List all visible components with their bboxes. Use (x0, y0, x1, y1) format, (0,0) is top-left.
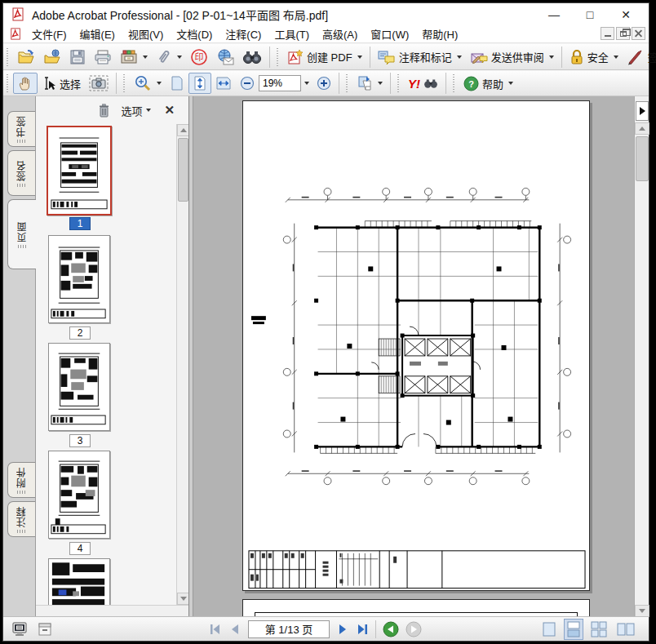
zoom-level-dropdown-arrow[interactable] (304, 82, 309, 85)
comment-markup-button[interactable]: 注释和标记 (374, 47, 466, 68)
save-button[interactable] (65, 47, 90, 68)
scroll-up-button[interactable] (177, 124, 189, 136)
scroll-down-button[interactable] (177, 593, 189, 605)
previous-view-button[interactable] (383, 621, 399, 637)
email-button[interactable] (212, 47, 238, 68)
fit-width-button[interactable] (211, 73, 236, 94)
open-button[interactable] (13, 47, 39, 68)
page-number-3[interactable]: 3 (69, 434, 91, 447)
last-page-button[interactable] (356, 623, 369, 636)
page-number-4[interactable]: 4 (69, 542, 91, 555)
thumbnail-scrollbar[interactable] (176, 124, 188, 605)
next-view-button[interactable] (406, 621, 422, 637)
doc-scroll-down-button[interactable] (635, 605, 649, 617)
send-review-button[interactable]: 发送供审阅 (466, 47, 558, 68)
maximize-button[interactable]: □ (572, 3, 608, 25)
doc-scrollbar-thumb[interactable] (636, 136, 649, 181)
menu-tools[interactable]: 工具(T) (268, 24, 316, 43)
continuous-facing-layout-button[interactable] (588, 619, 609, 640)
organizer-button[interactable] (116, 47, 152, 68)
toolbar-drag-handle[interactable] (276, 48, 280, 66)
menu-window[interactable]: 窗口(W) (364, 24, 415, 43)
search-button[interactable] (238, 47, 266, 67)
yahoo-search-button[interactable]: Y! (404, 74, 442, 93)
zoom-tool-button[interactable] (130, 72, 166, 95)
tab-bookmarks[interactable]: 书签 (7, 111, 35, 147)
first-page-button[interactable] (209, 623, 222, 636)
close-button[interactable]: ✕ (608, 3, 644, 25)
attach-dropdown-arrow[interactable] (177, 56, 182, 59)
menu-help[interactable]: 帮助(H) (415, 24, 464, 43)
tab-comments[interactable]: 注释 (7, 501, 35, 537)
snapshot-tool-button[interactable] (85, 73, 113, 94)
menu-edit[interactable]: 编辑(E) (73, 24, 122, 43)
trash-icon[interactable] (98, 104, 110, 118)
organizer-dropdown-arrow[interactable] (143, 56, 148, 59)
page-size-icon[interactable] (38, 622, 52, 637)
tab-signatures[interactable]: 签名 (7, 150, 35, 196)
panel-close-button[interactable]: ✕ (162, 103, 177, 118)
menu-file[interactable]: 文件(F) (25, 24, 73, 43)
print-button[interactable] (90, 47, 116, 68)
thumbnail-page-4[interactable] (48, 451, 110, 539)
zoom-in-button[interactable] (312, 73, 335, 93)
zoom-out-button[interactable] (236, 73, 259, 93)
doc-minimize-button[interactable] (601, 27, 614, 40)
toolbar-drag-handle[interactable] (345, 74, 349, 92)
send-review-dropdown-arrow[interactable] (549, 56, 554, 59)
menu-advanced[interactable]: 高级(A) (316, 24, 364, 43)
next-page-button[interactable] (336, 623, 349, 636)
sign-button[interactable]: 签名 (623, 47, 656, 68)
thumbnail-hscrollbar[interactable] (36, 605, 188, 617)
page-number-2[interactable]: 2 (69, 326, 91, 340)
scrollbar-thumb[interactable] (178, 138, 188, 202)
help-button[interactable]: ? 帮助 (459, 73, 517, 94)
secure-dropdown-arrow[interactable] (614, 56, 618, 59)
actual-size-button[interactable] (166, 73, 188, 94)
help-dropdown-arrow[interactable] (508, 82, 513, 85)
single-page-layout-button[interactable] (539, 619, 559, 640)
previous-page-button[interactable] (228, 623, 242, 636)
comment-dropdown-arrow[interactable] (457, 56, 462, 59)
menu-document[interactable]: 文档(D) (170, 24, 219, 43)
toolbar-drag-handle[interactable] (6, 48, 10, 66)
thumbnail-page-1[interactable] (47, 126, 112, 215)
menu-view[interactable]: 视图(V) (122, 24, 170, 43)
zoom-level-input[interactable] (259, 75, 301, 91)
thumbnail-page-5[interactable] (48, 558, 110, 605)
previous-view-button[interactable] (352, 73, 387, 94)
attach-button[interactable] (152, 47, 186, 68)
toolbar-drag-handle[interactable] (122, 74, 126, 92)
seal-stamp-button[interactable]: 印 (186, 46, 212, 69)
select-tool-button[interactable]: 选择 (38, 73, 85, 94)
menu-comments[interactable]: 注释(C) (219, 24, 268, 43)
doc-close-button[interactable] (632, 27, 645, 40)
toolbar-drag-handle[interactable] (452, 74, 456, 92)
tab-attachments[interactable]: 附件 (7, 462, 35, 498)
continuous-layout-button[interactable] (564, 619, 583, 640)
doc-scroll-up-button[interactable] (635, 122, 649, 135)
page-number-field[interactable]: 第 1/13 页 (248, 620, 330, 638)
thumbnail-page-3[interactable] (48, 343, 110, 431)
panel-toggle-button[interactable] (636, 101, 649, 121)
create-pdf-button[interactable]: 创建 PDF (283, 47, 366, 68)
pdf-page-2[interactable] (242, 599, 590, 617)
pdf-page-1[interactable] (242, 100, 590, 591)
open-organizer-file-button[interactable] (39, 47, 65, 68)
toolbar-drag-handle[interactable] (397, 74, 401, 92)
fullscreen-monitor-icon[interactable] (11, 621, 28, 637)
document-scrollbar[interactable] (634, 96, 649, 617)
facing-layout-button[interactable] (614, 619, 637, 640)
options-button[interactable]: 选项 (118, 101, 153, 120)
zoom-tool-dropdown-arrow[interactable] (157, 82, 162, 85)
page-number-1[interactable]: 1 (69, 217, 91, 230)
secure-button[interactable]: 安全 (565, 47, 623, 68)
fit-page-button[interactable] (188, 73, 211, 94)
create-pdf-dropdown-arrow[interactable] (357, 56, 362, 59)
thumbnail-page-2[interactable] (48, 235, 110, 323)
view-history-dropdown-arrow[interactable] (378, 82, 383, 85)
minimize-button[interactable]: — (536, 3, 572, 25)
tab-pages[interactable]: 页面 (7, 199, 37, 269)
hand-tool-button[interactable] (13, 73, 38, 94)
doc-restore-button[interactable] (616, 27, 630, 40)
